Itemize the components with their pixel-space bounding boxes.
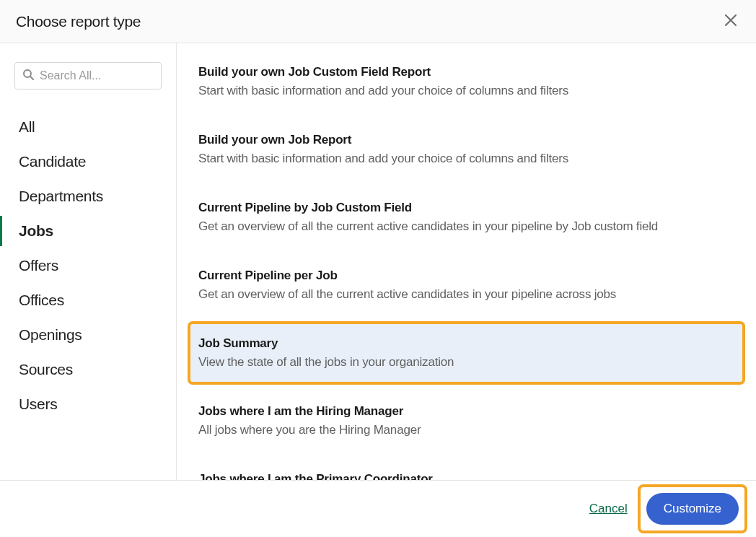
search-icon [22,69,34,83]
report-title: Current Pipeline per Job [198,268,743,283]
report-item[interactable]: Current Pipeline per Job Get an overview… [198,256,752,315]
sidebar-item-jobs[interactable]: Jobs [19,214,162,248]
report-item[interactable]: Jobs where I am the Primary Coordinator [198,459,752,480]
report-item[interactable]: Build your own Job Custom Field Report S… [198,52,752,111]
modal-footer: Cancel Customize [0,480,756,537]
report-desc: Get an overview of all the current activ… [198,287,743,302]
sidebar-item-offers[interactable]: Offers [19,248,162,283]
sidebar-item-candidate[interactable]: Candidate [19,144,162,179]
report-desc: View the state of all the jobs in your o… [198,355,734,370]
close-button[interactable] [721,11,740,32]
report-desc: Start with basic information and add you… [198,84,743,98]
modal-body: All Candidate Departments Jobs Offers Of… [0,43,756,480]
report-title: Build your own Job Report [198,133,743,147]
report-desc: Start with basic information and add you… [198,152,743,166]
search-input[interactable] [40,69,154,82]
report-title: Jobs where I am the Primary Coordinator [198,472,743,480]
report-title: Job Summary [198,336,734,351]
sidebar-item-sources[interactable]: Sources [19,352,162,387]
cancel-button[interactable]: Cancel [589,502,628,516]
report-item-selected[interactable]: Job Summary View the state of all the jo… [190,323,743,383]
modal-title: Choose report type [16,13,141,30]
sidebar-item-all[interactable]: All [19,110,162,144]
close-icon [724,14,737,29]
sidebar-item-departments[interactable]: Departments [19,179,162,214]
modal-header: Choose report type [0,0,756,43]
report-title: Current Pipeline by Job Custom Field [198,201,743,215]
sidebar-item-openings[interactable]: Openings [19,318,162,352]
sidebar-item-users[interactable]: Users [19,387,162,422]
customize-button[interactable]: Customize [646,493,739,525]
report-title: Build your own Job Custom Field Report [198,65,743,79]
report-item[interactable]: Build your own Job Report Start with bas… [198,120,752,179]
report-title: Jobs where I am the Hiring Manager [198,404,743,419]
report-desc: Get an overview of all the current activ… [198,219,743,234]
svg-line-1 [30,77,33,79]
report-item[interactable]: Jobs where I am the Hiring Manager All j… [198,391,752,450]
report-list[interactable]: Build your own Job Custom Field Report S… [177,43,756,480]
sidebar-nav: All Candidate Departments Jobs Offers Of… [14,110,162,422]
search-input-wrap[interactable] [14,62,162,90]
sidebar-item-offices[interactable]: Offices [19,283,162,318]
report-desc: All jobs where you are the Hiring Manage… [198,423,743,437]
sidebar: All Candidate Departments Jobs Offers Of… [0,43,177,480]
customize-highlight: Customize [641,487,744,531]
report-item[interactable]: Current Pipeline by Job Custom Field Get… [198,188,752,247]
